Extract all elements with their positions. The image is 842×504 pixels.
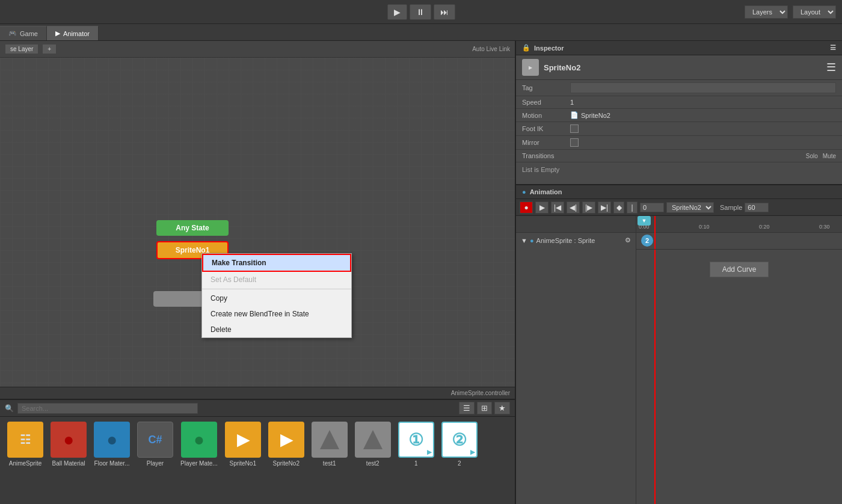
animation-header: ● Animation — [516, 185, 842, 199]
layout-dropdown[interactable]: Layout — [793, 5, 836, 19]
sprite-name: SpriteNo2 — [544, 63, 580, 72]
asset-spriteno2-label: SpriteNo2 — [272, 460, 299, 467]
track-settings-icon[interactable]: ⚙ — [625, 236, 631, 244]
motion-file-icon: 📄 — [570, 111, 579, 119]
skip-end-btn[interactable]: ▶| — [598, 201, 611, 214]
asset-ball-label: Ball Material — [52, 460, 85, 467]
auto-live-link: Auto Live Link — [472, 46, 510, 52]
asset-spriteno2[interactable]: ▶ SpriteNo2 — [268, 422, 304, 467]
playhead-top: ▼ — [638, 216, 651, 226]
controller-name: AnimeSprite.controller — [451, 390, 510, 396]
footik-checkbox[interactable] — [570, 124, 579, 133]
skip-button[interactable]: ⏭ — [434, 4, 455, 20]
anim-play-btn[interactable]: ▶ — [535, 201, 549, 214]
add-event-icon[interactable]: | — [627, 201, 638, 214]
assets-panel: 🔍 ☰ ⊞ ★ ☷ AnimeSprite ● — [0, 399, 515, 504]
context-set-default[interactable]: Set As Default — [202, 272, 351, 287]
asset-spriteno1-icon: ▶ — [225, 422, 261, 458]
assets-star-btn[interactable]: ★ — [494, 402, 510, 414]
asset-spriteno2-icon: ▶ — [268, 422, 304, 458]
inspector-more-icon: ☰ — [826, 61, 836, 74]
asset-floor-icon: ● — [94, 422, 130, 458]
inspector-panel: 🔒 Inspector ☰ ▶ SpriteNo2 ☰ Tag Speed 1 … — [516, 41, 842, 185]
playhead-line — [654, 216, 656, 504]
timeline-right[interactable]: 0:00 0:10 0:20 0:30 0:40 ▼ 2 — [636, 216, 842, 504]
asset-animesprite[interactable]: ☷ AnimeSprite — [7, 422, 43, 467]
ruler-20: 0:20 — [759, 224, 770, 230]
footik-label: Foot IK — [522, 125, 570, 132]
sprite-icon: ▶ — [522, 59, 539, 76]
mirror-checkbox[interactable] — [570, 138, 579, 147]
animator-bottom: AnimeSprite.controller — [0, 387, 515, 399]
asset-num2[interactable]: ② ▶ 2 — [441, 422, 478, 467]
tag-label: Tag — [522, 84, 570, 91]
add-curve-container: Add Curve — [636, 250, 842, 289]
context-copy[interactable]: Copy — [202, 290, 351, 306]
transitions-empty: List is Empty — [516, 162, 842, 177]
tab-animator-label: Animator — [63, 30, 90, 37]
animation-panel: ● Animation ● ▶ |◀ ◀| |▶ ▶| ◆ | SpriteNo… — [516, 185, 842, 504]
assets-filter-btn[interactable]: ☰ — [459, 402, 475, 414]
add-key-icon[interactable]: ◆ — [613, 201, 624, 214]
add-layer-btn[interactable]: + — [42, 44, 57, 54]
sample-input[interactable] — [745, 203, 769, 212]
tab-game-label: Game — [20, 30, 38, 37]
timeline-area: ▼ ● AnimeSprite : Sprite ⚙ 0:00 0:10 0:2… — [516, 216, 842, 504]
asset-player[interactable]: C# Player — [137, 422, 173, 467]
top-bar-right: Layers Layout — [745, 5, 836, 19]
track-label: AnimeSprite : Sprite — [536, 237, 595, 244]
assets-toolbar: 🔍 ☰ ⊞ ★ — [0, 400, 515, 417]
layer-name-btn[interactable]: se Layer — [5, 44, 38, 54]
play-button[interactable]: ▶ — [387, 4, 407, 20]
transport-controls: ▶ ⏸ ⏭ — [387, 4, 455, 20]
asset-player-label: Player — [147, 460, 164, 467]
tag-input[interactable] — [570, 82, 836, 93]
timeline-header-left — [516, 216, 636, 233]
next-frame-btn[interactable]: |▶ — [582, 201, 595, 214]
context-create-blend[interactable]: Create new BlendTree in State — [202, 306, 351, 322]
context-delete[interactable]: Delete — [202, 322, 351, 337]
asset-test1[interactable]: test1 — [312, 422, 348, 467]
prev-frame-btn[interactable]: ◀| — [567, 201, 580, 214]
inspector-title-row: ▶ SpriteNo2 ☰ — [516, 55, 842, 80]
asset-player-icon: C# — [137, 422, 173, 458]
record-btn[interactable]: ● — [520, 201, 533, 214]
pause-button[interactable]: ⏸ — [410, 4, 431, 20]
time-input[interactable] — [640, 203, 664, 212]
asset-num1[interactable]: ① ▶ 1 — [398, 422, 434, 467]
animator-canvas[interactable]: Any State SpriteNo1 Make Transition Set … — [0, 58, 515, 387]
asset-player-mate[interactable]: ● Player Mate... — [180, 422, 218, 467]
asset-animesprite-label: AnimeSprite — [9, 460, 41, 467]
search-input[interactable] — [17, 403, 198, 414]
tab-bar: 🎮 Game ▶ Animator — [0, 24, 842, 41]
lock-icon: 🔒 — [522, 44, 530, 52]
speed-field: Speed 1 — [516, 96, 842, 109]
timeline-left: ▼ ● AnimeSprite : Sprite ⚙ — [516, 216, 636, 504]
transitions-label: Transitions — [522, 152, 806, 159]
state-any[interactable]: Any State — [156, 220, 229, 236]
assets-view-btn[interactable]: ⊞ — [477, 402, 492, 414]
animator-panel: se Layer + Auto Live Link Any State Spri… — [0, 41, 516, 504]
track-row: 2 — [636, 233, 842, 250]
asset-test2-label: test2 — [366, 460, 380, 467]
clip-select[interactable]: SpriteNo2 — [666, 202, 714, 213]
ruler-10: 0:10 — [699, 224, 710, 230]
solo-label: Solo — [806, 153, 818, 159]
svg-marker-0 — [320, 430, 339, 449]
skip-start-btn[interactable]: |◀ — [551, 201, 564, 214]
asset-test1-label: test1 — [323, 460, 336, 467]
context-make-transition[interactable]: Make Transition — [202, 254, 351, 272]
asset-spriteno1-label: SpriteNo1 — [229, 460, 256, 467]
asset-test2[interactable]: test2 — [355, 422, 391, 467]
layers-dropdown[interactable]: Layers — [745, 5, 788, 19]
asset-floor-material[interactable]: ● Floor Mater... — [94, 422, 130, 467]
dot-icon: ● — [530, 237, 534, 244]
asset-spriteno1[interactable]: ▶ SpriteNo1 — [225, 422, 261, 467]
mirror-label: Mirror — [522, 139, 570, 146]
animator-icon: ▶ — [55, 29, 60, 37]
add-curve-btn[interactable]: Add Curve — [710, 262, 769, 277]
tab-game[interactable]: 🎮 Game — [0, 26, 47, 40]
tab-animator[interactable]: ▶ Animator — [47, 26, 99, 40]
list-empty-label: List is Empty — [522, 166, 559, 173]
asset-ball-material[interactable]: ● Ball Material — [51, 422, 87, 467]
